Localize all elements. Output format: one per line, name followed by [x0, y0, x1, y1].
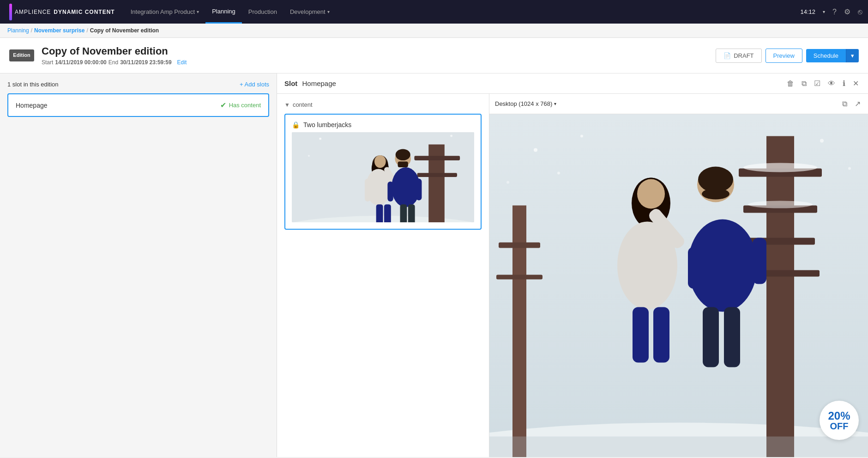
svg-point-57	[848, 167, 851, 170]
edition-info: Copy of November edition Start 14/11/201…	[42, 45, 187, 66]
device-label: Desktop (1024 x 768)	[495, 100, 552, 107]
slot-name: Homepage	[16, 102, 48, 109]
slot-label: Slot	[284, 79, 297, 87]
edition-header-right: 📄 DRAFT Preview Schedule ▾	[716, 49, 859, 63]
svg-rect-35	[496, 275, 542, 280]
close-icon[interactable]: ✕	[851, 77, 861, 90]
svg-point-13	[396, 149, 410, 160]
check-icon: ✔	[220, 101, 226, 110]
checklist-icon[interactable]: ☑	[812, 77, 822, 90]
draft-button[interactable]: 📄 DRAFT	[716, 49, 761, 63]
copy-preview-icon[interactable]: ⧉	[840, 98, 849, 110]
svg-point-24	[308, 155, 310, 157]
draft-doc-icon: 📄	[723, 52, 731, 59]
edition-header: Edition Copy of November edition Start 1…	[0, 38, 868, 73]
svg-point-37	[748, 201, 813, 208]
edition-header-left: Edition Copy of November edition Start 1…	[9, 45, 187, 66]
settings-icon[interactable]: ⚙	[844, 7, 850, 16]
breadcrumb-planning[interactable]: Planning	[7, 27, 29, 34]
svg-rect-3	[414, 156, 460, 160]
nav-item-development-label: Development	[290, 8, 326, 15]
draft-label: DRAFT	[734, 52, 753, 59]
svg-rect-17	[387, 182, 393, 202]
svg-point-40	[637, 179, 665, 209]
start-date: 14/11/2019 00:00:00	[55, 59, 106, 66]
svg-rect-18	[376, 204, 383, 222]
nav-item-production[interactable]: Production	[242, 0, 283, 24]
slot-header-title: Slot Homepage	[284, 79, 336, 87]
svg-point-15	[392, 167, 420, 207]
main-content: 1 slot in this edition + Add slots Homep…	[0, 73, 868, 457]
svg-rect-34	[499, 243, 540, 248]
preview-toolbar: Desktop (1024 x 768) ▾ ⧉ ↗	[489, 94, 868, 114]
svg-rect-50	[688, 247, 701, 289]
content-card[interactable]: 🔒 Two lumberjacks	[284, 114, 482, 230]
view-icon[interactable]: 👁	[826, 78, 837, 90]
preview-label: Preview	[773, 52, 795, 59]
preview-right-icons: ⧉ ↗	[840, 98, 862, 110]
edit-link[interactable]: Edit	[177, 59, 187, 66]
svg-point-47	[702, 189, 729, 200]
svg-point-58	[506, 181, 509, 184]
schedule-label: Schedule	[814, 52, 838, 59]
end-label: End	[108, 59, 118, 66]
schedule-btn-group: Schedule ▾	[806, 49, 859, 62]
svg-point-25	[450, 135, 452, 137]
info-icon[interactable]: ℹ	[841, 77, 847, 90]
topnav-time-dropdown-icon[interactable]: ▾	[823, 9, 825, 14]
content-section-header[interactable]: ▼ content	[284, 101, 482, 108]
breadcrumb-november-surprise[interactable]: November surprise	[34, 27, 84, 34]
left-panel: 1 slot in this edition + Add slots Homep…	[0, 73, 277, 457]
preview-image-container: 20% OFF	[489, 114, 868, 457]
device-dropdown-icon: ▾	[554, 101, 556, 106]
slot-card-homepage[interactable]: Homepage ✔ Has content	[7, 93, 269, 117]
topnav-time: 14:12	[801, 8, 816, 15]
add-slots-button[interactable]: + Add slots	[240, 81, 269, 88]
svg-point-36	[743, 163, 817, 172]
content-card-header: 🔒 Two lumberjacks	[292, 121, 474, 128]
slots-count: 1 slot in this edition	[7, 81, 59, 88]
svg-rect-49	[753, 238, 766, 284]
svg-rect-28	[766, 136, 794, 458]
schedule-dropdown-button[interactable]: ▾	[846, 49, 859, 62]
breadcrumb-current: Copy of November edition	[90, 27, 159, 34]
svg-rect-21	[408, 204, 415, 222]
svg-rect-59	[489, 437, 868, 458]
content-editor: ▼ content 🔒 Two lumberjacks	[277, 94, 489, 457]
svg-rect-20	[400, 204, 407, 222]
schedule-button[interactable]: Schedule	[806, 49, 846, 62]
preview-panel: Desktop (1024 x 768) ▾ ⧉ ↗	[489, 94, 868, 457]
breadcrumb: Planning / November surprise / Copy of N…	[0, 24, 868, 38]
svg-point-55	[557, 172, 560, 175]
external-link-icon[interactable]: ↗	[853, 98, 862, 110]
preview-button[interactable]: Preview	[766, 49, 802, 63]
brand-logo: AMPLIENCE DYNAMIC CONTENT	[6, 4, 115, 20]
copy-icon[interactable]: ⧉	[800, 78, 808, 90]
svg-point-8	[374, 155, 386, 168]
brand-gradient-bar	[9, 4, 12, 20]
nav-item-integration[interactable]: Integration Amp Product ▾	[124, 0, 205, 24]
content-section-label: content	[293, 101, 313, 108]
nav-item-production-label: Production	[248, 8, 277, 15]
nav-item-integration-label: Integration Amp Product	[131, 8, 195, 15]
svg-point-53	[534, 148, 537, 152]
nav-item-planning[interactable]: Planning	[205, 0, 242, 24]
svg-rect-19	[384, 204, 391, 222]
left-panel-header: 1 slot in this edition + Add slots	[7, 81, 269, 88]
discount-off: OFF	[830, 421, 849, 431]
device-selector[interactable]: Desktop (1024 x 768) ▾	[495, 100, 556, 107]
slot-header: Slot Homepage 🗑 ⧉ ☑ 👁 ℹ ✕	[277, 73, 868, 94]
right-panel: Slot Homepage 🗑 ⧉ ☑ 👁 ℹ ✕ ▼ content	[277, 73, 868, 457]
brand-dc-text: DYNAMIC CONTENT	[54, 9, 115, 15]
lock-icon: 🔒	[292, 121, 300, 128]
nav-item-planning-label: Planning	[212, 8, 235, 15]
logout-icon[interactable]: ⎋	[858, 8, 862, 16]
help-icon[interactable]: ?	[832, 8, 837, 16]
svg-rect-16	[416, 179, 422, 201]
topnav-right: 14:12 ▾ ? ⚙ ⎋	[801, 7, 862, 16]
discount-pct: 20%	[828, 410, 850, 421]
delete-icon[interactable]: 🗑	[785, 78, 796, 90]
nav-item-development[interactable]: Development ▾	[283, 0, 336, 24]
top-navigation: AMPLIENCE DYNAMIC CONTENT Integration Am…	[0, 0, 868, 24]
content-card-title: Two lumberjacks	[303, 121, 351, 128]
